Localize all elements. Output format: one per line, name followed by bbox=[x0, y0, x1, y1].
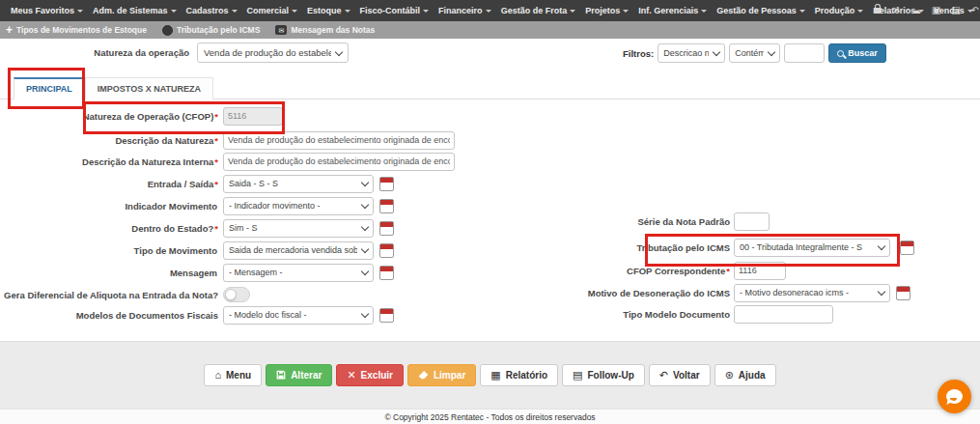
label-text: Natureza de Operação (CFOP) bbox=[83, 111, 214, 122]
cfop-label: Natureza de Operação (CFOP)* bbox=[0, 111, 223, 122]
field-row-entrada-saida: Entrada / Saída* Saida - S - S bbox=[0, 174, 394, 193]
lock-icon[interactable] bbox=[874, 8, 882, 14]
mensagem-select[interactable]: - Mensagem - bbox=[223, 264, 374, 282]
menu-item-cadastros[interactable]: Cadastros bbox=[182, 6, 242, 15]
lookup-icon[interactable] bbox=[900, 240, 914, 255]
tab-principal[interactable]: PRINCIPAL bbox=[14, 77, 85, 99]
button-label: Voltar bbox=[673, 370, 700, 381]
dentro-estado-select[interactable]: Sim - S bbox=[223, 219, 374, 238]
chevron-down-icon bbox=[361, 179, 369, 186]
cloud-upload-icon[interactable]: ☁ bbox=[911, 6, 921, 15]
window-icon[interactable]: ▣ bbox=[932, 6, 940, 15]
tributacao-icms-select[interactable]: 00 - Tributada Integralmente - S bbox=[734, 239, 890, 257]
indicador-movimento-select[interactable]: - Indicador movimento - bbox=[223, 197, 374, 215]
menu-item-estoque[interactable]: Estoque bbox=[302, 6, 355, 15]
serie-nota-input[interactable] bbox=[734, 212, 770, 231]
label-text: Entrada / Saída bbox=[148, 179, 214, 189]
modelos-documentos-label: Modelos de Documentos Fiscais bbox=[0, 310, 223, 321]
menu-item-projetos[interactable]: Projetos bbox=[580, 6, 633, 15]
natureza-operacao-value: Venda de produção do estabelecime bbox=[204, 47, 331, 58]
field-row-cfop: Natureza de Operação (CFOP)* bbox=[0, 106, 283, 126]
lookup-icon[interactable] bbox=[379, 243, 394, 258]
record-circle-icon bbox=[162, 25, 173, 36]
button-label: Ajuda bbox=[739, 370, 766, 381]
chevron-down-icon bbox=[878, 288, 885, 296]
tipo-movimento-select[interactable]: Saida de mercadoria vendida sob a discip… bbox=[223, 241, 374, 260]
alterar-button[interactable]: Alterar bbox=[266, 364, 332, 386]
menu-item-gestao-de-frota[interactable]: Gestão de Frota bbox=[496, 6, 581, 15]
book-icon[interactable]: ▤ bbox=[951, 6, 960, 15]
back-arrow-icon: ↶ bbox=[659, 370, 668, 381]
cfop-correspondente-label: CFOP Correspondente* bbox=[541, 266, 734, 276]
dentro-estado-label: Dentro do Estado?* bbox=[0, 223, 223, 234]
button-label: Relatório bbox=[506, 370, 547, 381]
tab-impostos-x-natureza[interactable]: IMPOSTOS X NATUREZA bbox=[85, 77, 213, 99]
ajuda-button[interactable]: ⊛ Ajuda bbox=[714, 364, 776, 386]
menu-item-fisco-contabil[interactable]: Fisco-Contábil bbox=[355, 6, 434, 15]
lookup-icon[interactable] bbox=[379, 308, 394, 323]
gera-diferencial-toggle[interactable] bbox=[223, 287, 250, 302]
lookup-icon[interactable] bbox=[379, 266, 394, 280]
required-asterisk: * bbox=[214, 223, 218, 234]
required-asterisk: * bbox=[214, 111, 218, 122]
buscar-button[interactable]: Buscar bbox=[828, 43, 886, 63]
serie-nota-label: Série da Nota Padrão bbox=[541, 216, 734, 227]
motivo-desoneracao-select[interactable]: - Motivo desoneracao icms - bbox=[734, 284, 890, 302]
natureza-operacao-dropdown[interactable]: Venda de produção do estabelecime bbox=[197, 42, 349, 63]
chat-button[interactable] bbox=[938, 380, 971, 413]
close-icon[interactable]: ✕ bbox=[892, 6, 900, 15]
lookup-icon[interactable] bbox=[379, 177, 394, 191]
quicktab-label: Mensagem das Notas bbox=[291, 25, 375, 35]
quicktab-tipos-de-movimentos[interactable]: + Tipos de Movimentos de Estoque bbox=[6, 24, 147, 36]
descricao-input[interactable] bbox=[223, 131, 455, 150]
tipo-modelo-documento-input[interactable] bbox=[734, 305, 833, 324]
chevron-down-icon bbox=[361, 223, 369, 231]
field-row-serie-nota: Série da Nota Padrão bbox=[541, 212, 770, 231]
action-button-bar: ⌂ Menu Alterar ✕ Excluir Limpar ▦ Relató… bbox=[0, 364, 980, 386]
close-icon: ✕ bbox=[347, 370, 355, 381]
lookup-icon[interactable] bbox=[896, 286, 910, 300]
menu-item-gestao-de-pessoas[interactable]: Gestão de Pessoas bbox=[712, 6, 810, 15]
tipo-modelo-documento-label: Tipo Modelo Documento bbox=[541, 309, 734, 320]
descricao-interna-input[interactable] bbox=[223, 153, 455, 171]
menu-item-meus-favoritos[interactable]: Meus Favoritos bbox=[6, 6, 88, 15]
label-text: Mensagem bbox=[170, 268, 217, 278]
cfop-correspondente-input[interactable] bbox=[734, 262, 786, 280]
field-row-descricao-interna: Descrição da Natureza Interna* bbox=[0, 152, 455, 171]
field-row-gera-diferencial: Gera Diferencial de Aliquota na Entrada … bbox=[0, 285, 250, 304]
menu-item-inf-gerenciais[interactable]: Inf. Gerenciais bbox=[633, 6, 712, 15]
chevron-down-icon bbox=[768, 48, 775, 56]
undo-icon[interactable]: ↶ bbox=[971, 6, 979, 15]
quicktab-mensagem-das-notas[interactable]: ✉ Mensagem das Notas bbox=[275, 25, 375, 35]
excluir-button[interactable]: ✕ Excluir bbox=[336, 364, 404, 386]
menu-item-producao[interactable]: Produção bbox=[810, 6, 869, 15]
chevron-down-icon bbox=[361, 310, 369, 318]
buscar-label: Buscar bbox=[848, 48, 878, 58]
menu-item-comercial[interactable]: Comercial bbox=[242, 6, 303, 15]
chevron-down-icon bbox=[361, 201, 369, 209]
toggle-knob bbox=[225, 289, 237, 300]
filter-operator-select[interactable]: Contém bbox=[729, 43, 780, 63]
lookup-icon[interactable] bbox=[379, 221, 394, 236]
gera-diferencial-label: Gera Diferencial de Aliquota na Entrada … bbox=[0, 290, 223, 300]
follow-up-button[interactable]: ▤ Follow-Up bbox=[562, 364, 645, 386]
filter-search-input[interactable] bbox=[784, 43, 825, 63]
save-icon bbox=[276, 370, 286, 382]
speech-bubble-icon bbox=[946, 389, 963, 404]
menu-button[interactable]: ⌂ Menu bbox=[204, 364, 262, 386]
app-window: Meus Favoritos Adm. de Sistemas Cadastro… bbox=[0, 0, 980, 424]
voltar-button[interactable]: ↶ Voltar bbox=[649, 364, 711, 386]
quicktab-tributacao-pelo-icms[interactable]: Tributação pelo ICMS bbox=[162, 25, 260, 36]
label-text: CFOP Correspondente bbox=[627, 266, 725, 276]
button-label: Alterar bbox=[291, 370, 322, 381]
entrada-saida-select[interactable]: Saida - S - S bbox=[223, 175, 374, 193]
relatorio-button[interactable]: ▦ Relatório bbox=[480, 364, 558, 386]
filter-field-select[interactable]: Descricao n bbox=[658, 43, 725, 63]
menu-item-adm-de-sistemas[interactable]: Adm. de Sistemas bbox=[88, 6, 182, 15]
modelos-documentos-select[interactable]: - Modelo doc fiscal - bbox=[223, 306, 374, 325]
limpar-button[interactable]: Limpar bbox=[407, 364, 476, 386]
button-label: Excluir bbox=[361, 370, 393, 381]
menu-item-financeiro[interactable]: Financeiro bbox=[434, 6, 496, 15]
label-text: Modelos de Documentos Fiscais bbox=[76, 310, 218, 321]
lookup-icon[interactable] bbox=[379, 199, 394, 213]
